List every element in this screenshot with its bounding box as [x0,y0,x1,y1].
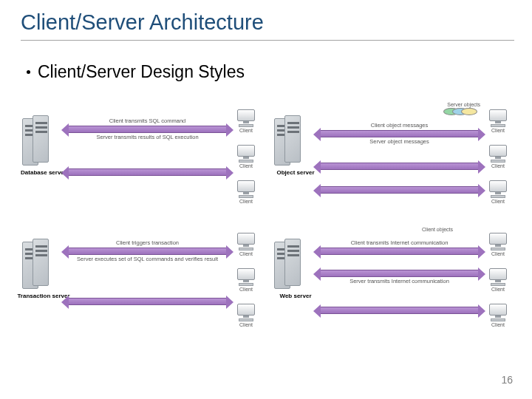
double-arrow-icon [68,248,227,255]
arrow-top-text: Client transmits Internet communication [320,240,479,246]
slide-title: Client/Server Architecture [21,10,264,35]
client-icon: Client [483,145,513,168]
clients-column: Client Client Client [231,109,261,204]
client-label: Client [491,287,505,292]
client-icon: Client [483,109,513,133]
arrow-top-text: Client triggers transaction [68,240,227,246]
arrow-bottom-text: Server transmits Internet communication [320,279,479,284]
double-arrow-icon [68,298,227,305]
double-arrow-icon [68,168,227,176]
client-icon: Client [483,304,513,327]
client-icon: Client [231,109,261,133]
objects-label: Server objects [447,102,480,107]
client-icon: Client [231,180,261,204]
client-icon: Client [483,233,513,256]
client-label: Client [491,322,505,327]
panel-object-server: Server objects Object server Client obje… [274,111,513,218]
client-icon: Client [231,145,261,168]
double-arrow-icon [320,248,479,255]
client-label: Client [491,251,505,256]
title-underline [21,40,514,41]
client-icon: Client [483,268,513,292]
arrow-bottom-text: Server object messages [320,139,479,145]
client-label: Client [239,199,253,204]
client-icon: Client [231,233,261,256]
arrow-bottom-text: Server executes set of SQL commands and … [68,256,227,262]
client-label: Client [491,163,505,168]
client-icon: Client [231,268,261,292]
double-arrow-icon [320,186,479,194]
bullet-icon [27,70,30,74]
double-arrow-icon [320,130,479,137]
clients-column: Client Client Client [231,233,261,327]
clients-column: Client Client Client [483,233,513,327]
double-arrow-icon [68,126,227,133]
double-arrow-icon [320,270,479,277]
client-label: Client [491,128,505,133]
client-icon: Client [483,180,513,204]
objects-label: Client objects [422,227,453,232]
arrow-bottom-text: Server transmits results of SQL executio… [68,134,227,140]
clients-column: Client Client Client [483,109,513,204]
client-label: Client [239,163,253,168]
double-arrow-icon [320,307,479,314]
arrow-top-text: Client object messages [320,123,479,129]
server-objects-icon [451,108,477,115]
server-icon [22,239,61,290]
client-label: Client [239,128,253,133]
client-label: Client [239,251,253,256]
bullet-text: Client/Server Design Styles [38,62,245,82]
client-label: Client [491,199,505,204]
panel-transaction-server: Transaction server Client triggers trans… [22,234,261,341]
client-label: Client [239,322,253,327]
page-number: 16 [501,374,513,386]
diagram-grid: Database server Client transmits SQL com… [22,111,513,341]
client-label: Client [239,287,253,292]
panel-database-server: Database server Client transmits SQL com… [22,111,261,218]
server-icon [274,239,313,290]
server-icon [22,115,61,167]
server-icon [274,115,313,167]
double-arrow-icon [320,163,479,170]
server-label: Web server [268,293,323,300]
bullet-row: Client/Server Design Styles [27,62,245,82]
client-icon: Client [231,304,261,327]
arrow-top-text: Client transmits SQL command [68,118,227,124]
panel-web-server: Client objects Web server Client transmi… [274,234,513,341]
